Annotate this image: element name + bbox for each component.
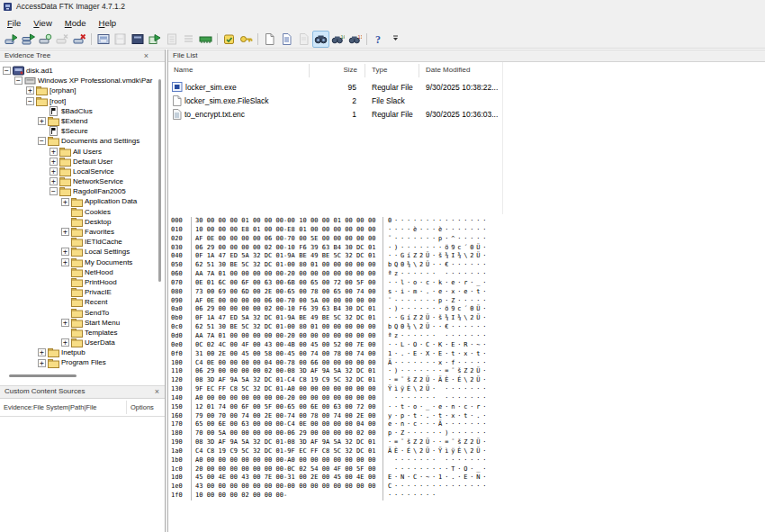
expand-icon[interactable]: + — [38, 359, 46, 367]
tree-vertical-scrollbar[interactable] — [158, 79, 161, 282]
hex-row[interactable]: 00030 00 00 00 01 00 00 00-00 10 00 00 0… — [168, 217, 765, 226]
hex-row[interactable]: 0e00C 02 4C 00 4F 00 43 00-4B 00 45 00 5… — [168, 341, 765, 350]
hex-row[interactable]: 01010 00 00 00 E8 01 00 00-E8 01 00 00 0… — [168, 226, 765, 235]
hex-row[interactable]: 1309F EC FF C8 5C 32 DC 01-A0 00 00 00 0… — [168, 385, 765, 394]
ccs-column-evidence[interactable]: Evidence:File System|Path|File — [4, 403, 97, 411]
tree-item-local-settings[interactable]: +Local Settings — [0, 247, 165, 257]
collapse-icon[interactable]: − — [26, 97, 34, 105]
hex-row[interactable]: 0b00F 1A 47 ED 5A 32 DC 01-9A BE 49 BE 5… — [168, 314, 765, 323]
export-logical-image-icon[interactable] — [129, 31, 146, 48]
hex-row[interactable]: 08073 00 69 00 6D 00 2E 00-65 00 78 00 6… — [168, 288, 765, 297]
tree-item-inetpub[interactable]: +Inetpub — [0, 347, 165, 357]
expand-icon[interactable]: + — [61, 228, 69, 236]
new-document-icon[interactable] — [261, 31, 278, 48]
ccs-column-options[interactable]: Options — [130, 403, 154, 411]
tree-item-favorites[interactable]: +Favorites — [0, 227, 165, 237]
tree-item-start-menu[interactable]: +Start Menu — [0, 318, 165, 328]
help-icon[interactable]: ? — [370, 31, 387, 48]
expand-icon[interactable]: + — [50, 158, 58, 166]
file-row[interactable]: to_encrypt.txt.enc1Regular File9/30/2025… — [168, 107, 765, 121]
expand-icon[interactable]: + — [61, 198, 69, 206]
expand-icon[interactable]: + — [61, 319, 69, 327]
collapse-icon[interactable]: − — [14, 77, 22, 85]
hex-row[interactable]: 140A0 00 00 00 00 00 00 00-20 00 00 00 0… — [168, 394, 765, 403]
expand-icon[interactable]: + — [38, 117, 46, 125]
hex-row[interactable]: 0d0AA 7A 01 00 00 00 00 00-20 00 00 00 0… — [168, 332, 765, 341]
tree-item-nethood[interactable]: NetHood — [0, 267, 165, 277]
tree-item-application-data[interactable]: +Application Data — [0, 196, 165, 206]
expand-icon[interactable]: + — [50, 167, 58, 176]
hex-row[interactable]: 1d045 00 4E 00 43 00 7E 00-31 00 2E 00 4… — [168, 473, 765, 482]
tree-item-windows-xp-professional-vmdk-par[interactable]: −Windows XP Professional.vmdk\Par — [0, 76, 165, 86]
tree-item-desktop[interactable]: Desktop — [0, 217, 165, 227]
add-all-attached-devices-icon[interactable] — [20, 31, 37, 48]
tree-item-disk-ad1[interactable]: −disk.ad1 — [0, 66, 156, 76]
find-next-icon[interactable]: 110 — [346, 31, 364, 48]
add-evidence-item-icon[interactable] — [3, 31, 20, 48]
hex-row[interactable]: 1a0C4 C8 19 C9 5C 32 DC 01-9F EC FF C8 5… — [168, 447, 765, 456]
create-disk-image-icon[interactable] — [94, 31, 112, 48]
hex-row[interactable]: 1e043 00 00 00 00 00 00 00-00 00 00 00 0… — [168, 482, 765, 491]
hex-row[interactable]: 0f031 00 2E 00 45 00 58 00-45 00 74 00 7… — [168, 350, 765, 359]
expand-icon[interactable]: + — [26, 86, 34, 95]
hex-row[interactable]: 1c020 00 00 00 00 00 00 00-0C 02 54 00 4… — [168, 465, 765, 474]
hex-row[interactable]: 060AA 7A 01 00 00 00 00 00-20 00 00 00 0… — [168, 270, 765, 279]
expand-icon[interactable]: + — [61, 248, 69, 256]
toolbar-options-icon[interactable] — [387, 31, 404, 48]
column-date-modified[interactable]: Date Modified — [426, 66, 470, 74]
tree-item-ragdollfan2005[interactable]: −RagdollFan2005 — [0, 186, 165, 196]
hex-row[interactable]: 03006 29 00 00 00 00 02 00-10 F6 39 63 B… — [168, 244, 765, 253]
menu-view[interactable]: View — [27, 16, 58, 30]
tree-item-documents-and-settings[interactable]: −Documents and Settings — [0, 136, 165, 146]
tree-item-my-documents[interactable]: +My Documents — [0, 257, 165, 267]
file-row[interactable]: locker_sim.exe95Regular File9/30/2025 10… — [168, 80, 765, 94]
tree-item-ietldcache[interactable]: IETldCache — [0, 237, 165, 247]
expand-icon[interactable]: + — [61, 338, 69, 347]
hex-row[interactable]: 0a006 29 00 00 00 00 02 00-10 F6 39 63 B… — [168, 305, 765, 314]
custom-content-list[interactable] — [0, 417, 165, 532]
expand-icon[interactable]: + — [50, 148, 58, 156]
tree-item-default-user[interactable]: +Default User — [0, 157, 165, 167]
hex-row[interactable]: 11006 29 00 00 00 00 02 00-08 3D AF 9A 5… — [168, 367, 765, 376]
hex-row[interactable]: 0400F 1A 47 ED 5A 32 DC 01-9A BE 49 BE 5… — [168, 252, 765, 261]
hex-row[interactable]: 090AF 0E 00 00 00 00 06 00-70 00 5A 00 0… — [168, 297, 765, 306]
capture-memory-icon[interactable] — [197, 31, 214, 48]
menu-file[interactable]: File — [1, 16, 27, 30]
hex-row[interactable]: 05062 51 30 BE 5C 32 DC 01-00 80 01 00 0… — [168, 261, 765, 270]
file-row[interactable]: locker_sim.exe.FileSlack2File Slack — [168, 94, 765, 107]
column-size[interactable]: Size — [309, 66, 357, 74]
tree-item-sendto[interactable]: SendTo — [0, 308, 165, 318]
expand-icon[interactable]: + — [38, 348, 46, 356]
tree-item-cookies[interactable]: Cookies — [0, 207, 165, 217]
tree-horizontal-scrollbar[interactable] — [9, 374, 76, 377]
tree-item-program-files[interactable]: +Program Files — [0, 357, 165, 367]
menu-mode[interactable]: Mode — [58, 16, 93, 30]
collapse-icon[interactable]: − — [38, 137, 46, 145]
remove-all-evidence-items-icon[interactable] — [71, 31, 88, 48]
collapse-icon[interactable]: − — [3, 67, 11, 75]
toggle-view-icon[interactable] — [312, 31, 329, 48]
column-type[interactable]: Type — [372, 66, 387, 74]
hex-view[interactable]: 00030 00 00 00 01 00 00 00-00 10 00 00 0… — [168, 217, 765, 500]
tree-item-root[interactable]: −[root] — [0, 96, 165, 106]
hex-row[interactable]: 100C4 0E 00 00 00 00 04 00-78 00 66 00 0… — [168, 359, 765, 368]
hex-row[interactable]: 1b0A0 00 00 00 00 00 00 00-A0 00 00 00 0… — [168, 456, 765, 465]
hex-row[interactable]: 0700E 01 6C 00 6F 00 63 00-6B 00 65 00 7… — [168, 279, 765, 288]
tree-item-localservice[interactable]: +LocalService — [0, 167, 165, 176]
decrypt-ad1-image-icon[interactable] — [238, 31, 255, 48]
tree-item-secure[interactable]: $Secure — [0, 126, 165, 136]
tree-item-extend[interactable]: +$Extend — [0, 116, 165, 126]
column-divider[interactable] — [364, 64, 365, 77]
find-icon[interactable]: 101 — [329, 31, 346, 48]
hex-row[interactable]: 16079 00 70 00 74 00 2E 00-74 00 78 00 7… — [168, 412, 765, 421]
tree-item-recent[interactable]: Recent — [0, 297, 165, 307]
tree-item-templates[interactable]: Templates — [0, 328, 165, 338]
tree-item-all-users[interactable]: +All Users — [0, 147, 165, 157]
hex-row[interactable]: 18070 00 5A 00 00 00 00 00-06 29 00 00 0… — [168, 429, 765, 438]
hex-row[interactable]: 15012 01 74 00 6F 00 5F 00-65 00 6E 00 6… — [168, 403, 765, 412]
tree-item-privacie[interactable]: PrivacIE — [0, 287, 165, 297]
tree-item-printhood[interactable]: PrintHood — [0, 277, 165, 287]
column-name[interactable]: Name — [174, 66, 193, 74]
column-divider[interactable] — [309, 64, 310, 77]
export-files-icon[interactable] — [146, 31, 163, 48]
